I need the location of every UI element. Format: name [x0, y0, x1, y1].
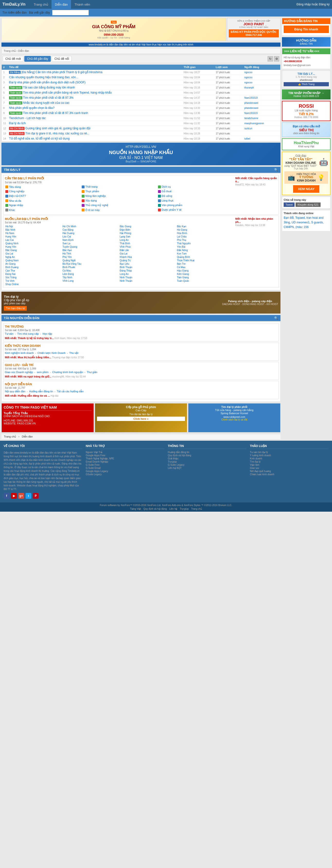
category-item[interactable]: Khác [5, 208, 81, 212]
category-item[interactable]: Văn phòng phẩm [157, 203, 233, 207]
facebook-icon[interactable]: f [4, 493, 9, 499]
guide-banner[interactable]: HƯỚNG DẪN ĐĂNG TIN [282, 37, 331, 47]
nav-home[interactable]: Trang chủ [30, 0, 52, 9]
youtube-icon[interactable]: ▶ [11, 493, 17, 499]
province-item[interactable]: Tuyên Quang [62, 245, 119, 248]
province-item[interactable]: Hà Tĩnh [62, 252, 119, 255]
province-item[interactable]: Hà Nội [5, 225, 62, 228]
footer-discuss-link[interactable]: Việc làm [250, 464, 328, 466]
province-item[interactable]: Tây Ninh [62, 276, 119, 279]
footer-discuss-link[interactable]: Kinh doanh [250, 457, 328, 460]
category-item[interactable]: Tiêu dùng [5, 185, 81, 189]
promo-hoist-banner[interactable]: Tìm đại lý Cốp pha Ván gỗ ép phủ phim ca… [1, 292, 280, 314]
footer-nav-forum[interactable]: Diễn đàn [22, 435, 33, 438]
footer-nav-home[interactable]: Trang chủ [4, 435, 16, 438]
newest-post-title[interactable]: Mới nhất: Cần nguồn hàng quần á... [235, 177, 277, 183]
resource-link[interactable]: Tất cả các hướng dẫn [57, 390, 84, 393]
signup-button[interactable]: Đăng Tin nhanh [284, 26, 329, 33]
province-item[interactable]: Ninh Thuận [119, 276, 176, 279]
category-item[interactable]: Công nghiệp [5, 189, 81, 193]
footer-info-link[interactable]: Trợ giúp [168, 460, 246, 463]
province-item[interactable]: Lâm Đồng [62, 273, 119, 276]
province-item[interactable]: Quảng Trị [119, 259, 176, 262]
footer-sponsor-link[interactable]: Email Doanh Nghiệp [86, 460, 164, 463]
footer-sponsor-link[interactable]: Nguồn Việt Trẻ [86, 451, 164, 454]
post-link[interactable]: Cần nhượng quyền thương hiệu thời trang … [9, 75, 78, 79]
resource-link[interactable]: Hướng dẫn đăng tin [29, 390, 53, 393]
province-item[interactable]: Trà Vinh [5, 279, 62, 282]
site-logo[interactable]: TimDaiLy.Vn [2, 2, 26, 6]
province-item[interactable]: Bắc Giang [5, 249, 62, 252]
resource-link[interactable]: Học tập [42, 332, 52, 336]
google-plus-icon[interactable]: g+ [18, 493, 24, 499]
resource-newest[interactable]: Mới nhất: Mất na ngọt tráng đa giữ... mu… [5, 375, 277, 378]
post-user[interactable]: Nam191619 [243, 95, 280, 100]
hoa-thien-phu-ad[interactable]: HoaThienPhu Khát vọng Việt [282, 138, 331, 150]
footer-discuss-link[interactable]: Tư vấn tim đại lý [250, 451, 328, 454]
lang-vi[interactable]: Tiếng Việt [130, 507, 141, 510]
post-link[interactable]: Tìm nhà phân phối chất sỉ rất đt 97.3% c… [23, 111, 88, 115]
province-item[interactable]: Bình Thuận [119, 266, 176, 269]
province-item[interactable]: Lai Châu [177, 235, 233, 238]
province-item[interactable]: An Giang [5, 262, 62, 266]
province-item[interactable]: Vĩnh Phúc [119, 245, 176, 248]
province-item[interactable]: Cà Mau [177, 266, 233, 269]
category-item[interactable]: Gỗ thuế [157, 189, 233, 193]
footer-discuss-link[interactable]: Tìm đại lý [250, 460, 328, 463]
province-item[interactable]: Hải Dương [62, 231, 119, 235]
province-item[interactable]: Quảng Nam [5, 259, 62, 262]
tab-new-topics[interactable]: Chủ đề mới [3, 56, 23, 62]
timdaily-ad[interactable]: TIM ĐẠI LÝ... 1.7k thích trang này phand… [282, 70, 331, 88]
province-item[interactable]: Vĩnh Long [62, 279, 119, 282]
category-item[interactable]: Ngoại nhập [5, 203, 81, 207]
post-user[interactable]: thuranph [243, 85, 280, 90]
province-item[interactable]: Quảng Ngãi [62, 259, 119, 262]
xem-ngay-button[interactable]: XEM NGAY [293, 185, 320, 193]
login-button[interactable]: Đăng nhập hoặc Đăng ký [297, 3, 330, 6]
province-item[interactable]: Đồng Tháp [119, 269, 176, 272]
province-item[interactable]: Hồ Chí Minh [62, 225, 119, 228]
sieu-tri-ad[interactable]: Bạn có nhu cầu mở SIÊU THỊ click xem thê… [282, 123, 331, 137]
footer-link-rules[interactable]: Quy định và hội đồng [143, 507, 167, 510]
province-item[interactable]: Gia Lai [5, 252, 62, 255]
footer-ad-spring[interactable]: Tìm đại lý phân phối Tốt cửa hàng - pala… [188, 403, 280, 432]
province-item[interactable]: Cao Bằng [62, 228, 119, 231]
province-item[interactable]: Hưng Yên [5, 245, 62, 248]
nav-forum[interactable]: Diễn đàn [52, 0, 71, 9]
province-item[interactable]: Long An [119, 239, 176, 242]
province-item[interactable]: Hậu Giang [177, 269, 233, 272]
wood-click[interactable]: Click here » [97, 416, 185, 421]
province-item[interactable]: Bình Dương [5, 266, 62, 269]
category-item[interactable]: Nha và đa [5, 198, 81, 203]
post-link[interactable]: Tiendichum - Lợi ích hợp tác [9, 117, 46, 120]
post-link[interactable]: [Đà Nẵng] Cần tìm nhà phân phối Thành lý… [21, 70, 102, 74]
province-item[interactable]: Hà Nam [5, 231, 62, 235]
footer-sponsor-link[interactable]: Thành Nghề Nghiệp, NPE [86, 457, 164, 460]
cosmetic-banner[interactable]: free GIA CÔNG MỸ PHẨM Nhỏ lẻ ĐẶT CHƯA từ… [1, 18, 226, 41]
province-item[interactable]: Nam Định [62, 239, 119, 242]
province-item[interactable]: Đồng Nai [5, 273, 62, 276]
province-item[interactable]: Long An [119, 273, 176, 276]
resource-link[interactable]: Kinh nghiệm kinh doanh [5, 351, 34, 355]
resource-newest[interactable]: Mới nhất: Thành lý kệ tủ trưng bày tr...… [5, 337, 277, 340]
post-user[interactable]: phandoruwei [243, 105, 280, 111]
post-user[interactable]: phandoruwei [243, 100, 280, 105]
footer-sponsor-link[interactable]: G Suite Free [86, 464, 164, 466]
promo-cta[interactable]: Tìm bạn Đầu tư [4, 306, 27, 311]
province-item[interactable]: Cà Mau [62, 269, 119, 272]
province-item[interactable]: Phú Thọ [177, 239, 233, 242]
search-agent-icon[interactable]: 🔍 [274, 168, 278, 172]
province-item[interactable]: Thừa Thiên Huế [177, 259, 233, 262]
province-item[interactable]: Bắc Kạn [177, 225, 233, 228]
breadcrumb-home[interactable]: Trang chủ [4, 49, 16, 52]
agent-ad-banner[interactable]: TIM NHẬP PHỐM NHẬP → Hotline: 0123-0688-… [282, 89, 331, 99]
footer-sponsor-link[interactable]: G Suite Email [86, 467, 164, 469]
footer-info-link[interactable]: Quy định và hội đồng [168, 454, 246, 457]
province-item[interactable]: Kon Tum [177, 252, 233, 255]
footer-discuss-link[interactable]: Nét đẹp quê hương [250, 470, 328, 472]
province-item[interactable]: Thái Nguyên [177, 242, 233, 245]
post-user[interactable]: ngocoo [243, 80, 280, 85]
province-item[interactable]: Bắc Giang [119, 225, 176, 228]
member-item-1[interactable]: Bạn đổi, Topaed, tran hoai and [284, 216, 329, 220]
hotline-number[interactable]: +84.0868616530 [284, 60, 329, 63]
